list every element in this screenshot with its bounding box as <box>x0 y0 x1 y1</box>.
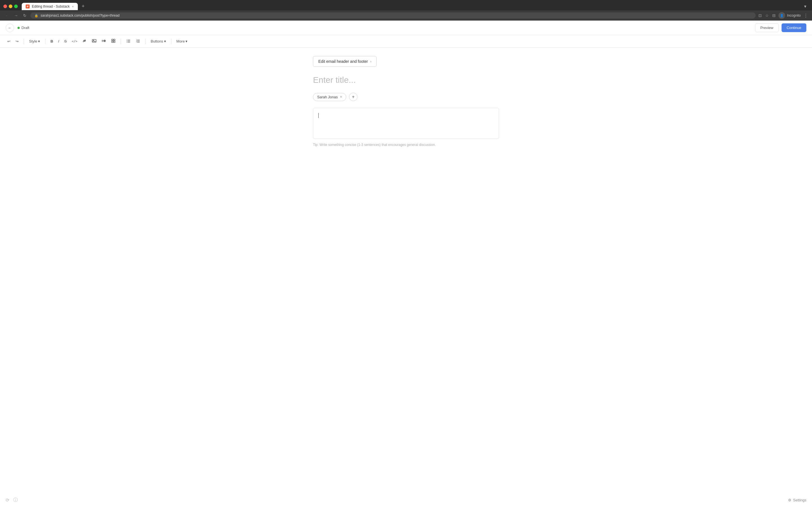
bold-btn[interactable]: B <box>49 38 55 45</box>
widget-icon <box>111 39 116 44</box>
image-btn[interactable] <box>90 38 98 45</box>
ordered-list-btn[interactable]: 1 2 3 <box>134 38 142 45</box>
close-window-btn[interactable] <box>3 4 7 8</box>
style-dropdown-icon: ▾ <box>38 39 40 43</box>
title-input[interactable]: Enter title... <box>313 75 499 85</box>
strikethrough-icon: S <box>64 39 67 43</box>
code-icon: </> <box>72 40 78 43</box>
minimize-window-btn[interactable] <box>9 4 12 8</box>
content-area[interactable] <box>313 108 499 139</box>
incognito-label: Incognito <box>787 13 801 17</box>
lock-icon: 🔒 <box>35 14 38 17</box>
split-view-icon[interactable]: ⊟ <box>772 13 776 18</box>
edit-header-label: Edit email header and footer <box>318 59 368 64</box>
tab-title: Editing thread - Substack <box>32 4 70 8</box>
undo-btn[interactable]: ↩ <box>6 38 12 45</box>
style-label: Style <box>29 39 37 43</box>
tip-text: Tip: Write something concise (1-3 senten… <box>313 143 499 147</box>
new-tab-btn[interactable]: + <box>80 2 87 10</box>
more-dropdown-btn[interactable]: More ▾ <box>175 38 190 45</box>
back-button[interactable]: ← <box>6 24 14 32</box>
toolbar-sep-2 <box>45 39 45 44</box>
window-controls <box>3 4 18 8</box>
edit-header-footer-btn[interactable]: Edit email header and footer › <box>313 56 377 67</box>
toolbar-sep-4 <box>145 39 146 44</box>
image-icon <box>92 39 96 44</box>
buttons-dropdown-icon: ▾ <box>164 39 166 43</box>
bookmark-icon[interactable]: ☆ <box>765 13 769 18</box>
draft-status: Draft <box>17 25 29 30</box>
editor-area: Edit email header and footer › Enter tit… <box>307 48 505 155</box>
incognito-area: 👤 Incognito <box>778 12 801 19</box>
italic-btn[interactable]: I <box>56 38 61 45</box>
link-icon <box>82 39 87 44</box>
link-btn[interactable] <box>81 38 89 45</box>
tab-bar: Editing thread - Substack × + ▾ <box>0 0 812 10</box>
ordered-list-icon: 1 2 3 <box>136 39 140 44</box>
bullet-list-icon <box>126 39 131 44</box>
audio-icon <box>101 39 106 44</box>
chevron-right-icon: › <box>370 59 371 63</box>
widget-btn[interactable] <box>109 38 117 45</box>
italic-icon: I <box>58 39 59 43</box>
svg-point-13 <box>126 42 127 43</box>
editor-toolbar: ↩ ↪ Style ▾ B I S </> <box>0 35 812 48</box>
add-author-icon: + <box>352 94 354 100</box>
browser-toolbar-icons: ⊡ ☆ ⊟ <box>758 13 776 18</box>
app-header: ← Draft Preview Continue <box>0 20 812 35</box>
svg-text:3: 3 <box>136 41 137 43</box>
svg-rect-7 <box>112 39 113 41</box>
buttons-label: Buttons <box>151 39 163 43</box>
header-actions: Preview Continue <box>755 23 806 32</box>
buttons-dropdown-btn[interactable]: Buttons ▾ <box>149 38 167 45</box>
strikethrough-btn[interactable]: S <box>63 38 68 45</box>
more-dropdown-icon: ▾ <box>186 39 188 43</box>
more-label: More <box>176 39 185 43</box>
tab-favicon <box>26 4 30 8</box>
toolbar-sep-5 <box>171 39 171 44</box>
cast-icon[interactable]: ⊡ <box>758 13 762 18</box>
url-text: sarahjonas1.substack.com/publish/post?ty… <box>41 13 119 17</box>
svg-rect-8 <box>114 39 115 41</box>
audio-btn[interactable] <box>100 38 108 45</box>
bold-icon: B <box>50 39 53 43</box>
browser-tab[interactable]: Editing thread - Substack × <box>22 3 78 10</box>
author-name: Sarah Jonas <box>317 95 338 99</box>
svg-rect-10 <box>114 41 115 43</box>
remove-author-btn[interactable]: × <box>340 95 342 99</box>
author-tag: Sarah Jonas × <box>313 93 346 101</box>
maximize-window-btn[interactable] <box>14 4 18 8</box>
tab-close-btn[interactable]: × <box>72 5 73 8</box>
back-arrow-icon: ← <box>8 25 12 30</box>
style-dropdown-btn[interactable]: Style ▾ <box>28 38 42 45</box>
preview-button[interactable]: Preview <box>755 23 779 32</box>
reload-btn[interactable]: ↻ <box>22 13 28 18</box>
browser-menu-icon[interactable]: ⋮ <box>804 13 808 18</box>
undo-icon: ↩ <box>7 39 10 43</box>
add-author-btn[interactable]: + <box>349 93 357 101</box>
svg-point-11 <box>126 40 127 40</box>
svg-rect-9 <box>112 41 113 43</box>
back-nav-btn[interactable]: ← <box>4 13 10 18</box>
address-field[interactable]: 🔒 sarahjonas1.substack.com/publish/post?… <box>31 12 756 18</box>
author-section: Sarah Jonas × + <box>313 93 499 101</box>
svg-point-12 <box>126 41 127 41</box>
address-bar: ← → ↻ 🔒 sarahjonas1.substack.com/publish… <box>0 10 812 20</box>
draft-dot <box>17 27 20 29</box>
tab-dropdown-btn[interactable]: ▾ <box>802 3 809 10</box>
browser-chrome: Editing thread - Substack × + ▾ ← → ↻ 🔒 … <box>0 0 812 20</box>
continue-button[interactable]: Continue <box>781 23 806 32</box>
code-btn[interactable]: </> <box>70 38 79 44</box>
redo-btn[interactable]: ↪ <box>14 38 20 45</box>
redo-icon: ↪ <box>15 39 18 43</box>
incognito-avatar: 👤 <box>778 12 785 19</box>
draft-label: Draft <box>21 25 29 30</box>
bullet-list-btn[interactable] <box>124 38 132 45</box>
text-cursor <box>318 113 319 118</box>
forward-nav-btn[interactable]: → <box>13 13 19 18</box>
